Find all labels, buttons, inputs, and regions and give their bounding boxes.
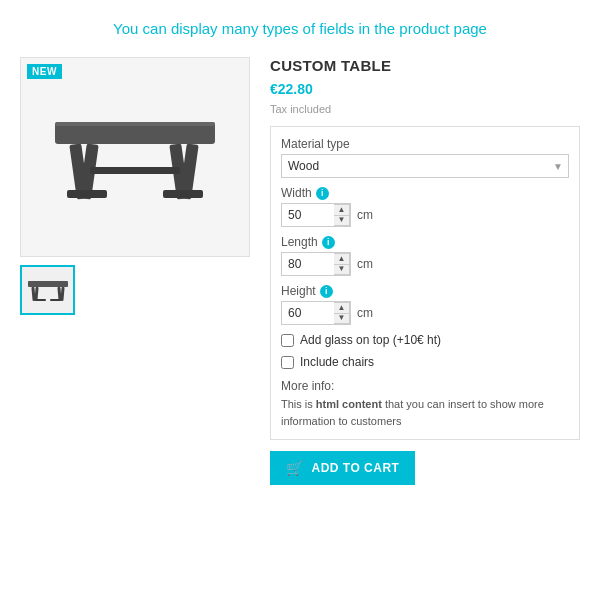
checkbox-chairs-label[interactable]: Include chairs xyxy=(300,355,374,369)
checkbox-chairs-row: Include chairs xyxy=(281,355,569,369)
material-type-select[interactable]: Wood Metal Glass Plastic xyxy=(281,154,569,178)
more-info-text: This is html content that you can insert… xyxy=(281,396,569,429)
svg-rect-7 xyxy=(163,190,203,198)
length-spinner: ▲ ▼ xyxy=(334,253,350,275)
cart-icon: 🛒 xyxy=(286,460,304,476)
more-info-bold: html content xyxy=(316,398,382,410)
length-input-row: ▲ ▼ cm xyxy=(281,252,569,276)
length-label: Length i xyxy=(281,235,569,249)
svg-rect-9 xyxy=(28,281,68,287)
product-title: CUSTOM TABLE xyxy=(270,57,580,74)
product-price: €22.80 xyxy=(270,81,580,97)
height-unit: cm xyxy=(357,306,373,320)
height-field: Height i ▲ ▼ cm xyxy=(281,284,569,325)
length-up-button[interactable]: ▲ xyxy=(334,253,350,264)
add-to-cart-label: ADD TO CART xyxy=(312,461,400,475)
left-column: NEW xyxy=(20,57,250,485)
height-spinner: ▲ ▼ xyxy=(334,302,350,324)
length-unit: cm xyxy=(357,257,373,271)
product-area: NEW xyxy=(20,57,580,485)
width-down-button[interactable]: ▼ xyxy=(334,215,350,227)
more-info-plain: This is xyxy=(281,398,316,410)
length-input-wrapper: ▲ ▼ xyxy=(281,252,351,276)
width-label: Width i xyxy=(281,186,569,200)
svg-rect-1 xyxy=(55,122,215,126)
more-info-section: More info: This is html content that you… xyxy=(281,377,569,429)
height-input-wrapper: ▲ ▼ xyxy=(281,301,351,325)
thumbnail-row xyxy=(20,265,250,315)
checkbox-glass-row: Add glass on top (+10€ ht) xyxy=(281,333,569,347)
checkbox-chairs[interactable] xyxy=(281,356,294,369)
height-up-button[interactable]: ▲ xyxy=(334,302,350,313)
svg-rect-6 xyxy=(67,190,107,198)
checkbox-glass[interactable] xyxy=(281,334,294,347)
width-spinner: ▲ ▼ xyxy=(334,204,350,226)
product-illustration xyxy=(45,82,225,232)
width-up-button[interactable]: ▲ xyxy=(334,204,350,215)
add-to-cart-button[interactable]: 🛒 ADD TO CART xyxy=(270,451,415,485)
width-field: Width i ▲ ▼ cm xyxy=(281,186,569,227)
length-info-icon[interactable]: i xyxy=(322,236,335,249)
checkbox-glass-label[interactable]: Add glass on top (+10€ ht) xyxy=(300,333,441,347)
material-select-wrapper: Wood Metal Glass Plastic ▼ xyxy=(281,154,569,178)
svg-rect-14 xyxy=(36,299,46,301)
tax-included-label: Tax included xyxy=(270,103,580,115)
width-info-icon[interactable]: i xyxy=(316,187,329,200)
right-column: CUSTOM TABLE €22.80 Tax included Materia… xyxy=(270,57,580,485)
more-info-label: More info: xyxy=(281,379,569,393)
width-unit: cm xyxy=(357,208,373,222)
width-input-wrapper: ▲ ▼ xyxy=(281,203,351,227)
height-info-icon[interactable]: i xyxy=(320,285,333,298)
svg-rect-11 xyxy=(34,287,38,301)
height-input-row: ▲ ▼ cm xyxy=(281,301,569,325)
height-label: Height i xyxy=(281,284,569,298)
svg-rect-15 xyxy=(50,299,60,301)
height-down-button[interactable]: ▼ xyxy=(334,313,350,325)
new-badge: NEW xyxy=(27,64,62,79)
svg-rect-13 xyxy=(60,287,64,301)
page-wrapper: You can display many types of fields in … xyxy=(0,0,600,600)
length-down-button[interactable]: ▼ xyxy=(334,264,350,276)
material-type-label: Material type xyxy=(281,137,569,151)
product-form: Material type Wood Metal Glass Plastic ▼ xyxy=(270,126,580,440)
thumbnail-1[interactable] xyxy=(20,265,75,315)
length-field: Length i ▲ ▼ cm xyxy=(281,235,569,276)
main-product-image: NEW xyxy=(20,57,250,257)
header-text: You can display many types of fields in … xyxy=(113,18,487,39)
material-type-field: Material type Wood Metal Glass Plastic ▼ xyxy=(281,137,569,178)
svg-rect-8 xyxy=(90,167,180,174)
width-input-row: ▲ ▼ cm xyxy=(281,203,569,227)
